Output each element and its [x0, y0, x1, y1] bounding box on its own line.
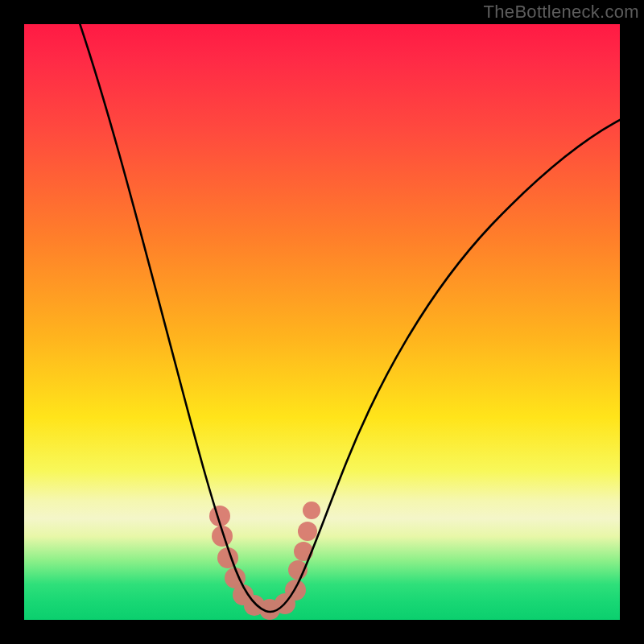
plot-area: [24, 24, 620, 620]
chart-frame: TheBottleneck.com: [0, 0, 644, 644]
svg-point-11: [298, 522, 317, 541]
curve-svg: [24, 24, 620, 620]
attribution-label: TheBottleneck.com: [484, 2, 639, 23]
svg-point-12: [303, 502, 320, 519]
curve-layer: [24, 24, 620, 620]
bottleneck-curve-path: [77, 24, 620, 612]
svg-point-10: [294, 542, 313, 561]
bead-cluster: [209, 502, 320, 620]
